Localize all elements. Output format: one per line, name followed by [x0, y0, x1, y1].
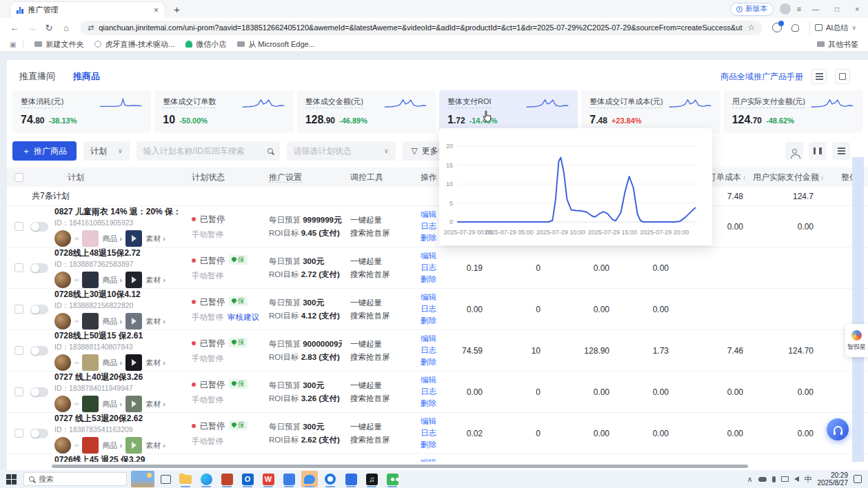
cloud-icon[interactable] — [758, 477, 767, 482]
taskbar-app-edge-browser[interactable] — [198, 471, 214, 487]
weather-widget[interactable] — [131, 471, 154, 487]
material-link[interactable]: 素材 › — [145, 234, 165, 244]
forward-button[interactable]: → — [24, 23, 39, 33]
window-minimize-button[interactable]: — — [807, 6, 824, 13]
row-toggle[interactable] — [30, 305, 48, 314]
material-link[interactable]: 素材 › — [145, 316, 165, 327]
bookmark-star-icon[interactable]: ☆ — [747, 23, 755, 32]
taskbar-app-work-app[interactable] — [219, 471, 235, 487]
taskbar-app-outlook[interactable]: O — [239, 471, 256, 487]
taskbar-app-netdisk-app[interactable] — [343, 471, 359, 487]
tool-link[interactable]: 一键起量 — [350, 379, 412, 392]
material-thumbnail[interactable] — [125, 230, 142, 247]
action-link[interactable]: 日志 — [421, 386, 452, 398]
row-checkbox[interactable] — [14, 346, 23, 355]
product-thumbnail[interactable] — [82, 272, 99, 288]
product-thumbnail[interactable] — [82, 354, 99, 371]
action-link[interactable]: 删除 — [421, 274, 452, 285]
material-thumbnail[interactable] — [125, 396, 142, 412]
bookmark-item[interactable]: 微信小店 — [185, 39, 226, 50]
product-thumbnail[interactable] — [82, 313, 99, 329]
action-link[interactable]: 删除 — [421, 398, 452, 409]
horizontal-scrollbar[interactable] — [52, 465, 748, 468]
material-link[interactable]: 素材 › — [145, 275, 165, 285]
browser-tab[interactable]: 推广管理 × — [10, 1, 165, 18]
row-checkbox[interactable] — [14, 429, 23, 438]
promote-product-button[interactable]: ＋推广商品 — [12, 141, 77, 161]
row-toggle[interactable] — [30, 429, 48, 438]
plan-title[interactable]: 0728线上50退15 保2.61 — [54, 330, 165, 342]
start-button[interactable] — [6, 474, 17, 485]
action-link[interactable]: 日志 — [421, 427, 452, 439]
header-user-pay[interactable]: 用户实际支付金额↕ — [753, 172, 823, 183]
tool-link[interactable]: 搜索抢首屏 — [350, 434, 412, 447]
action-link[interactable]: 删除 — [421, 356, 452, 368]
sort-icon[interactable]: ↕ — [743, 174, 746, 181]
taskbar-app-file-explorer[interactable] — [177, 471, 194, 487]
action-link[interactable]: 编辑 — [421, 250, 452, 262]
review-suggestion-link[interactable]: 审核建议 — [228, 313, 259, 321]
address-bar[interactable]: ⇄ qianchuan.jinritemai.com/uni-prom?aavi… — [80, 21, 763, 35]
customer-service-button[interactable] — [827, 418, 849, 440]
tool-link[interactable]: 一键起量 — [350, 338, 412, 351]
taskbar-search[interactable]: 搜索 — [23, 472, 127, 486]
plan-title[interactable]: 0728线上48退15保2.72 — [54, 247, 165, 259]
url-text[interactable]: qianchuan.jinritemai.com/uni-prom?aavid=… — [99, 23, 743, 32]
tab-close-icon[interactable]: × — [154, 6, 159, 15]
product-link[interactable]: 商品 › — [102, 440, 122, 451]
tool-link[interactable]: 搜索抢首屏 — [350, 268, 412, 281]
profile-menu-icon[interactable]: ≡ — [797, 5, 801, 13]
action-link[interactable]: 删除 — [421, 315, 452, 327]
action-link[interactable]: 编辑 — [421, 374, 452, 386]
reading-list-icon[interactable]: ▣ — [10, 41, 16, 48]
stat-card[interactable]: 整体支付ROI 1.72 -14.43% — [439, 90, 578, 133]
custom-audience-button[interactable] — [785, 142, 803, 160]
search-input[interactable]: 输入计划名称/ID后回车搜索 — [137, 141, 280, 161]
stat-card[interactable]: 整体成交金额(元) 128.90 -46.89% — [297, 90, 436, 133]
adjust-metrics-button[interactable] — [811, 69, 827, 84]
plan-title[interactable]: 0727 线上53退20保2.62 — [54, 413, 165, 425]
window-maximize-button[interactable]: □ — [830, 6, 844, 13]
tool-link[interactable]: 一键起量 — [350, 296, 412, 309]
material-link[interactable]: 素材 › — [145, 399, 165, 409]
bookmark-item[interactable]: 虎牙直播-技术驱动... — [94, 39, 174, 50]
tool-link[interactable]: 搜索抢首屏 — [350, 227, 412, 240]
browser-profile-avatar[interactable] — [780, 3, 791, 14]
action-link[interactable]: 编辑 — [421, 292, 452, 303]
home-button[interactable]: ⌂ — [59, 23, 74, 33]
row-checkbox[interactable] — [14, 305, 23, 314]
other-bookmarks[interactable]: 其他书签 — [817, 39, 858, 50]
stat-card[interactable]: 整体消耗(元) 74.80 -38.13% — [12, 90, 151, 133]
product-link[interactable]: 商品 › — [102, 399, 122, 409]
tool-link[interactable]: 搜索抢首屏 — [350, 392, 412, 405]
taskbar-app-active-browser[interactable] — [301, 471, 318, 487]
select-all-checkbox[interactable] — [14, 173, 23, 182]
back-button[interactable]: ← — [7, 23, 22, 33]
site-settings-icon[interactable]: ⇄ — [88, 23, 94, 32]
action-link[interactable]: 编辑 — [421, 333, 452, 345]
side-panel-strip[interactable] — [852, 157, 864, 466]
reload-button[interactable]: ↻ — [41, 23, 57, 33]
product-link[interactable]: 商品 › — [102, 316, 122, 327]
plan-type-select[interactable]: 计划∨ — [83, 141, 130, 161]
row-toggle[interactable] — [30, 222, 48, 232]
plan-title[interactable]: 0727 线上40退20保3.26 — [54, 372, 165, 383]
stat-card[interactable]: 整体成交订单数 10 -50.00% — [154, 90, 293, 133]
new-version-badge[interactable]: 新版本 — [730, 3, 774, 16]
product-link[interactable]: 商品 › — [102, 275, 122, 285]
zhitouxing-widget[interactable]: 智投星 — [845, 324, 868, 357]
volume-icon[interactable] — [794, 476, 799, 482]
tool-link[interactable]: 搜索抢首屏 — [350, 309, 412, 323]
action-link[interactable]: 日志 — [421, 262, 452, 274]
page-tab[interactable]: 推直播间 — [19, 70, 55, 83]
clock[interactable]: 20:292025/8/27 — [818, 471, 849, 487]
tray-expand-icon[interactable]: ∧ — [747, 475, 752, 484]
stat-card[interactable]: 用户实际支付金额(元) 124.70 -48.62% — [724, 90, 862, 133]
tool-link[interactable]: 一键起量 — [350, 255, 412, 268]
row-toggle[interactable] — [30, 263, 48, 273]
tool-link[interactable]: 搜索抢首屏 — [350, 351, 412, 364]
mic-icon[interactable] — [772, 476, 776, 482]
plan-title[interactable]: 0728线上30退10保4.12 — [54, 289, 165, 301]
row-checkbox[interactable] — [14, 222, 23, 231]
action-link[interactable]: 删除 — [421, 439, 452, 451]
